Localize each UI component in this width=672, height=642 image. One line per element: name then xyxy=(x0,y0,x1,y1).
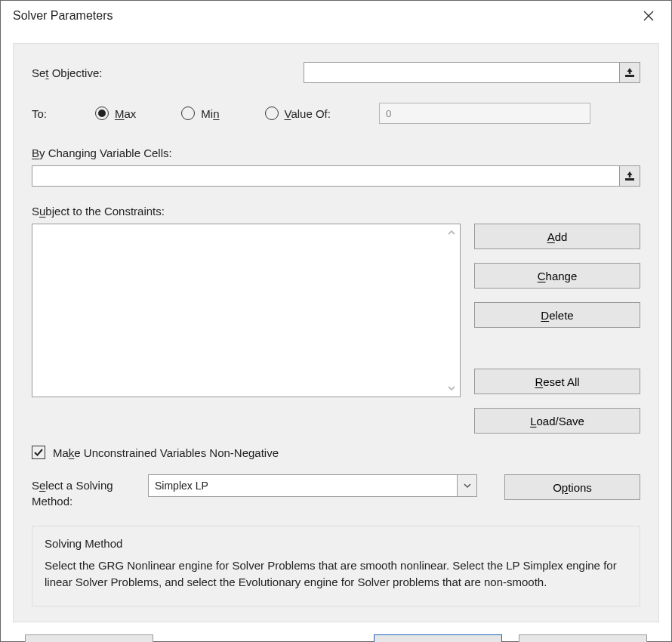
variable-cells-row: By Changing Variable Cells: xyxy=(32,147,640,187)
add-button[interactable]: Add xyxy=(474,224,640,249)
valueof-input[interactable] xyxy=(379,103,590,124)
chevron-down-icon xyxy=(457,475,476,496)
objective-input-wrap xyxy=(304,62,640,83)
constraints-listbox[interactable] xyxy=(32,224,461,397)
radio-max-label[interactable]: Max xyxy=(115,107,136,120)
constraints-buttons: Add Change Delete Reset All Load/Save xyxy=(474,224,640,434)
footer-right: Solve Close xyxy=(374,634,647,643)
dialog-body: Set Objective: To: Max xyxy=(1,31,671,642)
scroll-up-icon[interactable] xyxy=(445,226,458,239)
radio-min-label[interactable]: Min xyxy=(201,107,219,120)
variable-cells-ref-button[interactable] xyxy=(619,165,640,187)
help-button[interactable]: Help xyxy=(25,634,153,643)
check-icon xyxy=(33,447,44,458)
close-icon xyxy=(643,11,654,21)
scroll-down-icon[interactable] xyxy=(445,381,458,395)
svg-rect-3 xyxy=(625,178,634,181)
main-panel: Set Objective: To: Max xyxy=(13,43,659,622)
objective-ref-button[interactable] xyxy=(619,62,640,83)
load-save-button[interactable]: Load/Save xyxy=(474,408,640,434)
close-footer-button[interactable]: Close xyxy=(519,634,647,643)
variable-cells-input-wrap xyxy=(32,165,640,187)
delete-button[interactable]: Delete xyxy=(474,302,640,328)
set-objective-label: Set Objective: xyxy=(32,66,296,79)
to-row: To: Max Min Value Of: xyxy=(32,103,640,124)
solve-button[interactable]: Solve xyxy=(374,634,502,643)
nonneg-label[interactable]: Make Unconstrained Variables Non-Negativ… xyxy=(53,446,279,459)
constraints-row: Subject to the Constraints: Add Change xyxy=(32,205,640,434)
dialog-footer: Help Solve Close xyxy=(13,634,659,643)
constraints-label: Subject to the Constraints: xyxy=(32,205,640,218)
to-label: To: xyxy=(32,107,92,120)
method-select-wrap: Simplex LP xyxy=(148,474,477,497)
constraints-body: Add Change Delete Reset All Load/Save xyxy=(32,224,640,434)
radio-valueof-group[interactable]: Value Of: xyxy=(265,106,331,120)
method-select[interactable]: Simplex LP xyxy=(148,474,477,497)
solver-parameters-dialog: Solver Parameters Set Objective: xyxy=(0,0,672,642)
dialog-title: Solver Parameters xyxy=(13,9,113,23)
method-row: Select a Solving Method: Simplex LP Opti… xyxy=(32,474,640,509)
set-objective-row: Set Objective: xyxy=(32,62,640,83)
variable-cells-label: By Changing Variable Cells: xyxy=(32,147,640,159)
radio-valueof[interactable] xyxy=(265,106,279,120)
radio-min-group[interactable]: Min xyxy=(181,106,261,120)
desc-text: Select the GRG Nonlinear engine for Solv… xyxy=(45,557,627,591)
radio-valueof-label[interactable]: Value Of: xyxy=(285,107,331,120)
nonneg-row[interactable]: Make Unconstrained Variables Non-Negativ… xyxy=(32,446,640,459)
radio-min[interactable] xyxy=(181,106,195,120)
solving-method-description: Solving Method Select the GRG Nonlinear … xyxy=(32,526,640,607)
method-label: Select a Solving Method: xyxy=(32,474,137,509)
change-button[interactable]: Change xyxy=(474,263,640,289)
reset-all-button[interactable]: Reset All xyxy=(474,369,640,394)
nonneg-checkbox[interactable] xyxy=(32,446,45,459)
titlebar: Solver Parameters xyxy=(1,1,671,31)
collapse-dialog-icon xyxy=(624,67,635,78)
collapse-dialog-icon xyxy=(624,171,635,181)
variable-cells-input[interactable] xyxy=(32,165,620,187)
options-button[interactable]: Options xyxy=(504,474,640,500)
close-button[interactable] xyxy=(635,5,662,26)
objective-input[interactable] xyxy=(304,62,620,83)
radio-max[interactable] xyxy=(95,106,109,120)
svg-rect-2 xyxy=(625,75,634,77)
desc-title: Solving Method xyxy=(45,537,627,550)
radio-max-group[interactable]: Max xyxy=(95,106,178,120)
method-select-value: Simplex LP xyxy=(155,480,208,492)
